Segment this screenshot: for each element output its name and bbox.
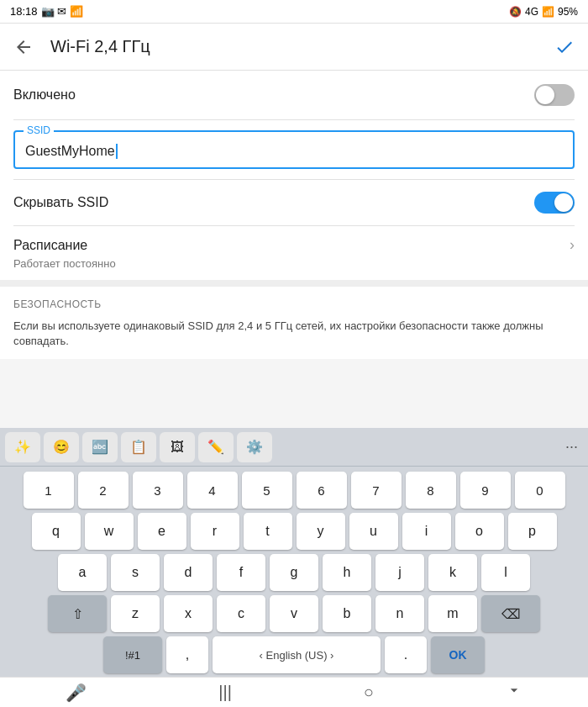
ssid-field[interactable]: SSID GuestMyHome [13,130,575,169]
key-5[interactable]: 5 [242,472,292,509]
key-s[interactable]: s [111,554,160,591]
ssid-float-label: SSID [24,124,54,136]
key-3[interactable]: 3 [133,472,183,509]
key-u[interactable]: u [349,513,398,550]
key-4[interactable]: 4 [187,472,238,509]
kb-tool-emoji[interactable]: 😊 [44,432,79,462]
key-ok[interactable]: OK [431,636,485,673]
kb-tool-magic[interactable]: ✨ [5,432,40,462]
key-v[interactable]: v [270,595,318,632]
keyboard: ✨ 😊 🔤 📋 🖼 ✏️ ⚙️ ··· 1 2 3 4 5 6 7 8 9 0 … [0,428,588,707]
key-1[interactable]: 1 [24,472,74,509]
schedule-row[interactable]: Расписание › [0,226,588,257]
schedule-title: Расписание [13,238,87,253]
kb-row-1: q w e r t y u i o p [3,513,585,550]
kb-tool-image[interactable]: 🖼 [160,432,195,462]
key-j[interactable]: j [375,554,424,591]
key-backspace[interactable]: ⌫ [481,595,540,632]
key-p[interactable]: p [508,513,557,550]
enabled-toggle[interactable] [534,84,575,106]
kb-tool-settings[interactable]: ⚙️ [237,432,272,462]
security-note: Если вы используете одинаковый SSID для … [0,315,588,359]
header: Wi-Fi 2,4 ГГц [0,24,588,71]
bottom-nav: 🎤 ||| ○ [0,677,588,707]
key-w[interactable]: w [85,513,134,550]
key-c[interactable]: c [217,595,265,632]
security-header: БЕЗОПАСНОСТЬ [0,287,588,315]
status-icons: 📷 ✉ 📶 [41,5,83,18]
ssid-wrapper: SSID GuestMyHome [0,120,588,179]
key-8[interactable]: 8 [406,472,456,509]
page-title: Wi-Fi 2,4 ГГц [50,37,538,56]
key-n[interactable]: n [375,595,424,632]
text-cursor [116,144,118,159]
key-r[interactable]: r [191,513,239,550]
key-period[interactable]: . [385,636,427,673]
key-f[interactable]: f [217,554,265,591]
home-button[interactable]: ○ [347,679,391,705]
hide-ssid-row: Скрывать SSID [0,180,588,225]
section-divider [0,280,588,287]
key-comma[interactable]: , [166,636,208,673]
kb-row-2: a s d f g h j k l [3,554,585,591]
key-7[interactable]: 7 [351,472,402,509]
kb-tool-clipboard[interactable]: 📋 [121,432,156,462]
confirm-button[interactable] [551,34,578,61]
key-m[interactable]: m [428,595,477,632]
back-nav-button[interactable] [489,678,539,706]
keyboard-toolbar: ✨ 😊 🔤 📋 🖼 ✏️ ⚙️ ··· [0,428,588,467]
kb-tool-edit[interactable]: ✏️ [198,432,234,462]
key-lang[interactable]: ‹ English (US) › [213,636,381,673]
key-i[interactable]: i [402,513,451,550]
key-q[interactable]: q [32,513,81,550]
key-x[interactable]: x [164,595,213,632]
key-0[interactable]: 0 [515,472,565,509]
hide-ssid-toggle[interactable] [534,192,575,214]
key-y[interactable]: y [297,513,345,550]
wifi-signal-icon: 📶 [542,6,554,18]
content: Включено SSID GuestMyHome Скрывать SSID … [0,71,588,359]
signal-icon: 4G [525,6,538,18]
battery-label: 95% [558,6,578,18]
key-d[interactable]: d [164,554,213,591]
status-time: 18:18 [10,5,38,18]
key-l[interactable]: l [481,554,530,591]
key-6[interactable]: 6 [297,472,347,509]
key-g[interactable]: g [270,554,318,591]
enabled-label: Включено [13,87,76,103]
hide-ssid-label: Скрывать SSID [13,195,108,210]
kb-number-row: 1 2 3 4 5 6 7 8 9 0 [3,472,585,509]
key-2[interactable]: 2 [78,472,129,509]
status-right: 🔕 4G 📶 95% [509,6,578,18]
key-t[interactable]: t [244,513,292,550]
recent-apps-button[interactable]: ||| [202,679,249,705]
status-left: 18:18 📷 ✉ 📶 [10,5,83,18]
back-button[interactable] [10,34,37,61]
chevron-right-icon: › [570,236,575,254]
kb-tool-translate[interactable]: 🔤 [82,432,118,462]
kb-row-3: ⇧ z x c v b n m ⌫ [3,595,585,632]
key-h[interactable]: h [323,554,371,591]
kb-row-4: !#1 , ‹ English (US) › . OK [3,636,585,673]
mute-icon: 🔕 [509,6,522,18]
mic-button[interactable]: 🎤 [49,679,103,706]
key-shift[interactable]: ⇧ [48,595,107,632]
key-e[interactable]: e [138,513,186,550]
ssid-value[interactable]: GuestMyHome [25,144,563,159]
key-sym[interactable]: !#1 [103,636,162,673]
status-bar: 18:18 📷 ✉ 📶 🔕 4G 📶 95% [0,0,588,24]
key-b[interactable]: b [323,595,371,632]
keyboard-rows: 1 2 3 4 5 6 7 8 9 0 q w e r t y u i o p … [0,467,588,677]
key-k[interactable]: k [428,554,477,591]
schedule-subtitle: Работает постоянно [0,257,588,280]
key-z[interactable]: z [111,595,160,632]
enabled-row: Включено [0,71,588,119]
kb-tool-more[interactable]: ··· [560,438,583,456]
key-9[interactable]: 9 [460,472,511,509]
key-o[interactable]: o [455,513,504,550]
key-a[interactable]: a [58,554,107,591]
